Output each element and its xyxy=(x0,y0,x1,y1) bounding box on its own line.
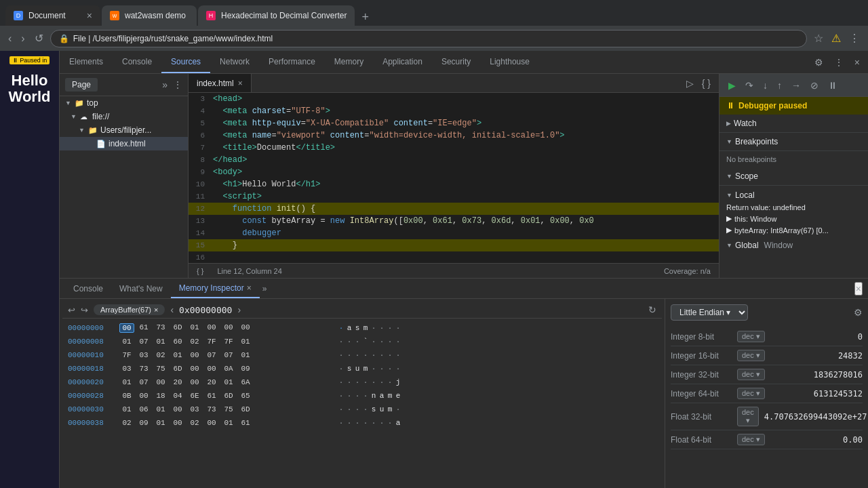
watch-section[interactable]: ▶ Watch xyxy=(719,115,868,133)
paused-banner: ⏸ Debugger paused xyxy=(719,97,868,115)
forward-button[interactable]: › xyxy=(18,30,27,47)
int8-format-btn[interactable]: dec ▾ xyxy=(737,331,765,342)
devtools-tabs: Elements Console Sources Network Perform… xyxy=(60,51,539,73)
code-line-13: 13 const byteArray = new Int8Array([0x00… xyxy=(189,215,719,227)
new-tab-button[interactable]: + xyxy=(356,10,374,24)
local-label: Local xyxy=(735,190,755,200)
menu-button[interactable]: ⋮ xyxy=(846,29,863,47)
back-button[interactable]: ‹ xyxy=(5,30,14,47)
tree-item-file[interactable]: ▼ ☁ file:// xyxy=(60,110,188,123)
file-tree-options[interactable]: ⋮ xyxy=(173,79,182,90)
tab-close-document[interactable]: × xyxy=(87,10,92,21)
editor-status: { } Line 12, Column 24 Coverage: n/a xyxy=(189,263,719,278)
local-section[interactable]: ▼ Local xyxy=(726,188,861,202)
file-tree-more[interactable]: » xyxy=(162,79,167,90)
resume-button[interactable]: ▶ xyxy=(725,77,739,94)
global-value: Window xyxy=(764,241,793,250)
tab-application[interactable]: Application xyxy=(373,51,432,73)
buffer-tag[interactable]: ArrayBuffer(67) × xyxy=(94,304,165,315)
cloud-icon: ☁ xyxy=(80,113,90,121)
mem-address: 0x00000000 xyxy=(179,305,232,315)
code-line-7: 7 <title>Document</title> xyxy=(189,142,719,154)
step-out-button[interactable]: ↑ xyxy=(774,77,785,94)
debugger-panel: ▶ ↷ ↓ ↑ → ⊘ ⏸ ⏸ Debugger paused ▶ xyxy=(719,74,868,278)
this-item[interactable]: ▶ this: Window xyxy=(726,213,861,224)
close-devtools-button[interactable]: × xyxy=(852,54,863,70)
page-preview-text: HelloWorld xyxy=(9,73,51,105)
global-section[interactable]: ▼ Global Window xyxy=(726,239,861,252)
format-btn[interactable]: { } xyxy=(699,75,713,92)
tab-memory[interactable]: Memory xyxy=(325,51,373,73)
devtools-panel: Elements Console Sources Network Perform… xyxy=(60,51,868,488)
bottom-panel-close[interactable]: × xyxy=(854,282,863,296)
code-area[interactable]: 3 <head> 4 <meta charset="UTF-8"> 5 <met… xyxy=(189,93,719,263)
tab-network[interactable]: Network xyxy=(210,51,259,73)
endian-select[interactable]: Little Endian ▾ Big Endian xyxy=(671,304,748,321)
console-tab[interactable]: Console xyxy=(65,279,111,298)
deactivate-breakpoints-button[interactable]: ⊘ xyxy=(807,77,822,94)
tree-arrow-file: ▼ xyxy=(71,113,77,120)
reload-button[interactable]: ↺ xyxy=(32,29,46,47)
memory-tab-close[interactable]: × xyxy=(247,283,252,293)
pause-exceptions-button[interactable]: ⏸ xyxy=(825,77,841,94)
tab-performance[interactable]: Performance xyxy=(259,51,325,73)
scope-section[interactable]: ▼ Scope xyxy=(719,167,868,186)
whats-new-tab[interactable]: What's New xyxy=(111,279,171,298)
step-over-button[interactable]: ↷ xyxy=(742,77,757,94)
type-int8: Integer 8-bit dec ▾ 0 xyxy=(671,327,863,346)
code-line-5: 5 <meta http-equiv="X-UA-Compatible" con… xyxy=(189,117,719,129)
endian-settings[interactable]: ⚙ xyxy=(854,307,863,318)
editor-tab-close[interactable]: × xyxy=(238,79,243,88)
int64-format-btn[interactable]: dec ▾ xyxy=(737,388,765,399)
settings-icon[interactable]: ⚙ xyxy=(812,54,826,70)
tab-document[interactable]: D Document × xyxy=(5,5,100,26)
mem-byte-selected[interactable]: 00 xyxy=(119,323,134,333)
tab-security[interactable]: Security xyxy=(432,51,480,73)
redo-button[interactable]: ↪ xyxy=(81,305,88,315)
float64-format-btn[interactable]: dec ▾ xyxy=(737,434,765,445)
code-line-8: 8 </head> xyxy=(189,154,719,166)
step-button[interactable]: → xyxy=(788,77,804,94)
memory-grid: 00000000 00 61 73 6D 01 00 00 00 xyxy=(62,319,662,432)
code-line-10: 10 <h1>Hello World</h1> xyxy=(189,178,719,190)
tab-wat2wasm[interactable]: w wat2wasm demo xyxy=(102,5,197,26)
page-tab[interactable]: Page xyxy=(65,78,98,92)
buffer-tag-close[interactable]: × xyxy=(154,306,158,314)
mem-refresh-button[interactable]: ↻ xyxy=(648,304,656,315)
bookmark-icon[interactable]: ☆ xyxy=(811,29,826,47)
tree-item-top[interactable]: ▼ 📁 top xyxy=(60,96,188,110)
int16-format-btn[interactable]: dec ▾ xyxy=(737,350,765,361)
tab-console[interactable]: Console xyxy=(113,51,161,73)
mem-next-button[interactable]: › xyxy=(237,304,241,315)
step-into-button[interactable]: ↓ xyxy=(760,77,771,94)
memory-panel: ↩ ↪ ArrayBuffer(67) × ‹ 0x00000000 › xyxy=(60,299,868,488)
bottom-more-btn[interactable]: » xyxy=(262,284,267,293)
tab-elements[interactable]: Elements xyxy=(60,51,113,73)
byte-array-item[interactable]: ▶ byteArray: Int8Array(67) [0... xyxy=(726,224,861,236)
int32-format-btn[interactable]: dec ▾ xyxy=(737,369,765,380)
run-editor-btn[interactable]: ▷ xyxy=(684,75,696,92)
main-area: ⏸ Paused in HelloWorld Elements Console … xyxy=(0,51,868,488)
mem-prev-button[interactable]: ‹ xyxy=(170,304,174,315)
editor-tab-index[interactable]: index.html × xyxy=(189,74,252,92)
float32-format-btn[interactable]: dec ▾ xyxy=(737,407,759,426)
warning-icon[interactable]: ⚠ xyxy=(829,29,844,47)
folder-icon-users: 📁 xyxy=(88,126,98,135)
mem-row-18: 00000018 03 73 75 6D 00 00 0A 09 xyxy=(68,362,656,375)
memory-hex-view: ↩ ↪ ArrayBuffer(67) × ‹ 0x00000000 › xyxy=(60,299,665,488)
tab-lighthouse[interactable]: Lighthouse xyxy=(480,51,539,73)
lock-icon: 🔒 xyxy=(59,34,69,43)
tree-item-users[interactable]: ▼ 📁 Users/filipjer... xyxy=(60,123,188,137)
address-bar[interactable]: 🔒 File | /Users/filipjerga/rust/snake_ga… xyxy=(50,30,807,47)
file-tree-header: Page » ⋮ xyxy=(60,74,188,96)
tree-item-index[interactable]: 📄 index.html xyxy=(60,137,188,150)
return-value-label: Return value: undefined xyxy=(726,203,806,211)
tab-hex[interactable]: H Hexadecimal to Decimal Converter xyxy=(198,5,355,26)
scope-label: Scope xyxy=(735,171,758,181)
tab-sources[interactable]: Sources xyxy=(161,51,210,73)
memory-inspector-tab[interactable]: Memory Inspector × xyxy=(171,279,260,298)
more-options-icon[interactable]: ⋮ xyxy=(831,54,846,70)
undo-button[interactable]: ↩ xyxy=(68,305,75,315)
mem-row-30: 00000030 01 06 01 00 03 73 75 6D xyxy=(68,403,656,416)
breakpoints-section[interactable]: ▼ Breakpoints xyxy=(719,133,868,151)
